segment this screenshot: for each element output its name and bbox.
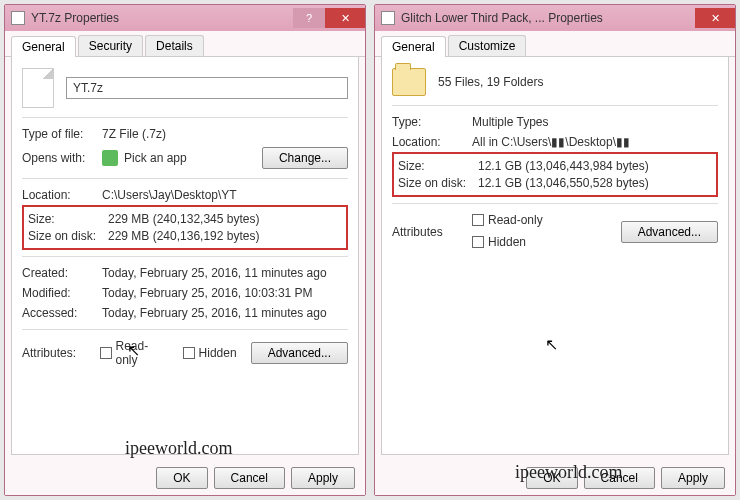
apply-button[interactable]: Apply: [661, 467, 725, 489]
help-button[interactable]: ?: [293, 8, 325, 28]
change-button[interactable]: Change...: [262, 147, 348, 169]
modified-label: Modified:: [22, 286, 102, 300]
summary-text: 55 Files, 19 Folders: [438, 75, 718, 89]
created-label: Created:: [22, 266, 102, 280]
tab-content: YT.7z Type of file: 7Z File (.7z) Opens …: [11, 57, 359, 455]
tab-row: General Customize: [375, 31, 735, 57]
type-value: Multiple Types: [472, 115, 718, 129]
window-title: YT.7z Properties: [31, 11, 293, 25]
created-value: Today, February 25, 2016, 11 minutes ago: [102, 266, 348, 280]
file-icon: [22, 68, 54, 108]
opens-label: Opens with:: [22, 151, 102, 165]
watermark: ipeeworld.com: [515, 462, 622, 483]
location-label: Location:: [392, 135, 472, 149]
tab-content: 55 Files, 19 Folders Type: Multiple Type…: [381, 57, 729, 455]
size-disk-label: Size on disk:: [28, 229, 108, 243]
checkbox-icon: [472, 214, 484, 226]
modified-value: Today, February 25, 2016, 10:03:31 PM: [102, 286, 348, 300]
tab-customize[interactable]: Customize: [448, 35, 527, 56]
close-button[interactable]: ✕: [695, 8, 735, 28]
advanced-button[interactable]: Advanced...: [251, 342, 348, 364]
location-value: All in C:\Users\▮▮\Desktop\▮▮: [472, 135, 718, 149]
size-disk-value: 229 MB (240,136,192 bytes): [108, 229, 342, 243]
titlebar[interactable]: YT.7z Properties ? ✕: [5, 5, 365, 31]
tab-general[interactable]: General: [381, 36, 446, 57]
properties-window-left: YT.7z Properties ? ✕ General Security De…: [4, 4, 366, 496]
hidden-label: Hidden: [199, 346, 237, 360]
location-label: Location:: [22, 188, 102, 202]
checkbox-icon: [183, 347, 195, 359]
type-value: 7Z File (.7z): [102, 127, 348, 141]
size-value: 12.1 GB (13,046,443,984 bytes): [478, 159, 712, 173]
type-label: Type:: [392, 115, 472, 129]
store-icon: [102, 150, 118, 166]
folder-icon: [392, 68, 426, 96]
attributes-label: Attributes:: [22, 346, 100, 360]
cursor-icon: ↖: [545, 335, 558, 354]
readonly-label: Read-only: [488, 213, 543, 227]
window-title: Glitch Lower Third Pack, ... Properties: [401, 11, 695, 25]
hidden-label: Hidden: [488, 235, 526, 249]
checkbox-icon: [472, 236, 484, 248]
attributes-label: Attributes: [392, 225, 472, 239]
size-disk-value: 12.1 GB (13,046,550,528 bytes): [478, 176, 712, 190]
type-label: Type of file:: [22, 127, 102, 141]
size-label: Size:: [398, 159, 478, 173]
hidden-checkbox[interactable]: Hidden: [472, 235, 526, 249]
tab-details[interactable]: Details: [145, 35, 204, 56]
advanced-button[interactable]: Advanced...: [621, 221, 718, 243]
readonly-checkbox[interactable]: Read-only: [472, 213, 543, 227]
readonly-label: Read-only: [116, 339, 169, 367]
size-highlight: Size: 229 MB (240,132,345 bytes) Size on…: [22, 205, 348, 250]
accessed-label: Accessed:: [22, 306, 102, 320]
size-highlight: Size: 12.1 GB (13,046,443,984 bytes) Siz…: [392, 152, 718, 197]
cancel-button[interactable]: Cancel: [214, 467, 285, 489]
location-value: C:\Users\Jay\Desktop\YT: [102, 188, 348, 202]
accessed-value: Today, February 25, 2016, 11 minutes ago: [102, 306, 348, 320]
hidden-checkbox[interactable]: Hidden: [183, 346, 237, 360]
properties-window-right: Glitch Lower Third Pack, ... Properties …: [374, 4, 736, 496]
checkbox-icon: [100, 347, 112, 359]
window-icon: [11, 11, 25, 25]
close-button[interactable]: ✕: [325, 8, 365, 28]
apply-button[interactable]: Apply: [291, 467, 355, 489]
tab-general[interactable]: General: [11, 36, 76, 57]
size-value: 229 MB (240,132,345 bytes): [108, 212, 342, 226]
size-disk-label: Size on disk:: [398, 176, 478, 190]
watermark: ipeeworld.com: [125, 438, 232, 459]
tab-row: General Security Details: [5, 31, 365, 57]
filename-input[interactable]: YT.7z: [66, 77, 348, 99]
readonly-checkbox[interactable]: Read-only: [100, 339, 169, 367]
ok-button[interactable]: OK: [156, 467, 207, 489]
tab-security[interactable]: Security: [78, 35, 143, 56]
window-icon: [381, 11, 395, 25]
opens-text: Pick an app: [124, 151, 187, 165]
dialog-buttons: OK Cancel Apply: [5, 461, 365, 495]
opens-value: Pick an app: [102, 150, 262, 166]
titlebar[interactable]: Glitch Lower Third Pack, ... Properties …: [375, 5, 735, 31]
size-label: Size:: [28, 212, 108, 226]
